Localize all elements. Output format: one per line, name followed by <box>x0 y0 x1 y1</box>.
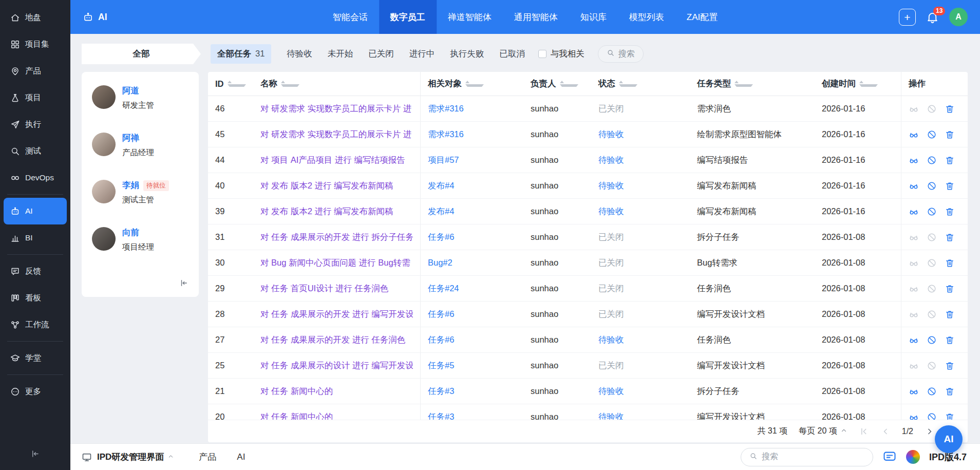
task-name-link[interactable]: 对 发布 版本2 进行 编写发布新闻稿 <box>260 180 393 192</box>
related-object-link[interactable]: 发布#4 <box>428 206 454 217</box>
sort-icon[interactable] <box>560 81 578 87</box>
top-nav-item[interactable]: 模型列表 <box>618 0 675 34</box>
cancel-task-icon[interactable] <box>927 181 937 191</box>
employee-name-link[interactable]: 阿禅 <box>122 133 154 144</box>
related-object-link[interactable]: 任务#6 <box>428 334 454 346</box>
sidebar-item-product[interactable]: 产品 <box>0 58 70 84</box>
sidebar-item-workflow[interactable]: 工作流 <box>0 311 70 338</box>
related-object-link[interactable]: 任务#3 <box>428 386 454 397</box>
view-task-icon[interactable] <box>909 335 919 345</box>
view-task-icon[interactable] <box>909 104 919 114</box>
view-task-icon[interactable] <box>909 258 919 268</box>
table-row[interactable]: 20对 任务 新闻中心的任务#3sunhao待验收编写开发设计文档2026-01… <box>208 404 968 420</box>
related-object-link[interactable]: 任务#6 <box>428 309 454 320</box>
create-button[interactable]: + <box>899 9 916 26</box>
related-object-link[interactable]: Bug#2 <box>428 258 453 268</box>
task-name-link[interactable]: 对 研发需求 实现数字员工的展示卡片 进 <box>260 103 411 115</box>
task-name-link[interactable]: 对 任务 成果展示的开发 进行 拆分子任务 <box>260 232 413 243</box>
view-task-icon[interactable] <box>909 232 919 242</box>
sidebar-item-qa[interactable]: 测试 <box>0 138 70 164</box>
status-tab[interactable]: 已取消 <box>499 48 525 60</box>
sidebar-item-kanban[interactable]: 看板 <box>0 285 70 311</box>
cancel-task-icon[interactable] <box>927 129 937 140</box>
table-row[interactable]: 25对 任务 成果展示的设计 进行 编写开发设任务#5sunhao已关闭编写开发… <box>208 353 968 379</box>
sidebar-item-school[interactable]: 学堂 <box>0 345 70 371</box>
task-name-link[interactable]: 对 任务 首页UI设计 进行 任务润色 <box>260 283 388 294</box>
task-name-link[interactable]: 对 任务 新闻中心的 <box>260 411 333 420</box>
top-nav-item[interactable]: 智能会话 <box>322 0 379 34</box>
task-name-link[interactable]: 对 任务 成果展示的设计 进行 编写开发设 <box>260 360 413 371</box>
delete-task-icon[interactable] <box>945 361 955 371</box>
delete-task-icon[interactable] <box>945 232 955 242</box>
status-tab[interactable]: 全部任务31 <box>211 44 271 64</box>
user-avatar[interactable]: A <box>949 8 968 26</box>
employee-item[interactable]: 向前项目经理 <box>92 227 189 253</box>
view-task-icon[interactable] <box>909 206 919 217</box>
ai-floating-button[interactable]: AI <box>935 425 963 453</box>
view-task-icon[interactable] <box>909 386 919 397</box>
employee-item[interactable]: 阿禅产品经理 <box>92 133 189 158</box>
sort-icon[interactable] <box>228 81 246 87</box>
sort-icon[interactable] <box>734 81 753 87</box>
cancel-task-icon[interactable] <box>927 412 937 420</box>
related-object-link[interactable]: 任务#3 <box>428 411 454 420</box>
task-name-link[interactable]: 对 研发需求 实现数字员工的展示卡片 进 <box>260 129 411 140</box>
status-tab[interactable]: 执行失败 <box>450 48 484 60</box>
top-nav-item[interactable]: 数字员工 <box>379 0 437 34</box>
top-nav-item[interactable]: 禅道智能体 <box>437 0 503 34</box>
related-object-link[interactable]: 项目#57 <box>428 155 459 166</box>
related-object-link[interactable]: 发布#4 <box>428 180 454 192</box>
task-name-link[interactable]: 对 任务 成果展示的开发 进行 编写开发设 <box>260 309 413 320</box>
page-size-select[interactable]: 每页 20 项 <box>799 426 847 437</box>
task-name-link[interactable]: 对 项目 AI产品项目 进行 编写结项报告 <box>260 155 405 166</box>
task-search-input[interactable]: 搜索 <box>598 45 644 63</box>
first-page-button[interactable] <box>859 426 869 437</box>
top-nav-item[interactable]: 知识库 <box>569 0 618 34</box>
view-task-icon[interactable] <box>909 129 919 140</box>
task-name-link[interactable]: 对 任务 新闻中心的 <box>260 386 333 397</box>
view-task-icon[interactable] <box>909 181 919 191</box>
view-task-icon[interactable] <box>909 412 919 420</box>
table-row[interactable]: 40对 发布 版本2 进行 编写发布新闻稿发布#4sunhao待验收编写发布新闻… <box>208 173 968 199</box>
view-task-icon[interactable] <box>909 361 919 371</box>
cancel-task-icon[interactable] <box>927 335 937 345</box>
task-name-link[interactable]: 对 发布 版本2 进行 编写发布新闻稿 <box>260 206 393 217</box>
delete-task-icon[interactable] <box>945 335 955 345</box>
table-row[interactable]: 28对 任务 成果展示的开发 进行 编写开发设任务#6sunhao已关闭编写开发… <box>208 302 968 327</box>
panel-collapse-button[interactable] <box>179 278 189 290</box>
table-row[interactable]: 21对 任务 新闻中心的任务#3sunhao待验收拆分子任务2026-01-08 <box>208 379 968 404</box>
feedback-chat-icon[interactable] <box>882 450 897 464</box>
table-row[interactable]: 30对 Bug 新闻中心页面问题 进行 Bug转需Bug#2sunhao已关闭B… <box>208 250 968 276</box>
delete-task-icon[interactable] <box>945 104 955 114</box>
status-tab[interactable]: 进行中 <box>409 48 435 60</box>
employee-item[interactable]: 阿道研发主管 <box>92 85 189 111</box>
sidebar-item-project[interactable]: 项目 <box>0 84 70 111</box>
cancel-task-icon[interactable] <box>927 386 937 397</box>
employee-name-link[interactable]: 阿道 <box>122 85 154 97</box>
sidebar-item-ai[interactable]: AI <box>4 198 67 224</box>
top-nav-item[interactable]: ZAI配置 <box>675 0 729 34</box>
view-task-icon[interactable] <box>909 155 919 165</box>
status-tab[interactable]: 已关闭 <box>368 48 394 60</box>
delete-task-icon[interactable] <box>945 181 955 191</box>
delete-task-icon[interactable] <box>945 309 955 319</box>
sidebar-item-feedback[interactable]: 反馈 <box>0 258 70 285</box>
cancel-task-icon[interactable] <box>927 155 937 165</box>
notifications-button[interactable]: 13 <box>926 11 939 24</box>
related-object-link[interactable]: 需求#316 <box>428 129 464 140</box>
delete-task-icon[interactable] <box>945 206 955 217</box>
breadcrumb-all[interactable]: 全部 <box>82 44 201 64</box>
table-row[interactable]: 45对 研发需求 实现数字员工的展示卡片 进需求#316sunhao待验收绘制需… <box>208 122 968 147</box>
sidebar-item-execution[interactable]: 执行 <box>0 111 70 138</box>
delete-task-icon[interactable] <box>945 386 955 397</box>
related-object-link[interactable]: 需求#316 <box>428 103 464 115</box>
sidebar-item-program[interactable]: 项目集 <box>0 31 70 58</box>
global-search-input[interactable]: 搜索 <box>741 448 873 466</box>
bottom-tab-ai[interactable]: AI <box>237 452 245 462</box>
delete-task-icon[interactable] <box>945 155 955 165</box>
delete-task-icon[interactable] <box>945 129 955 140</box>
table-row[interactable]: 27对 任务 成果展示的开发 进行 任务润色任务#6sunhao待验收任务润色2… <box>208 327 968 353</box>
table-row[interactable]: 44对 项目 AI产品项目 进行 编写结项报告项目#57sunhao待验收编写结… <box>208 147 968 173</box>
related-object-link[interactable]: 任务#24 <box>428 283 459 294</box>
cancel-task-icon[interactable] <box>927 206 937 217</box>
